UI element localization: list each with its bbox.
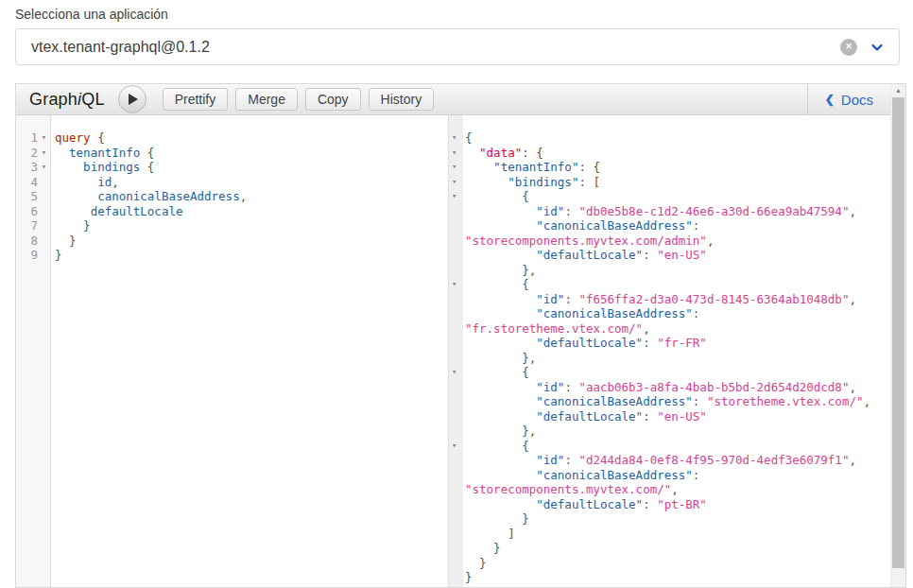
line-number: 7 [16,218,38,233]
clear-x-glyph: ✕ [845,43,853,51]
fold-arrow-icon[interactable]: ▾ [449,175,463,190]
clear-icon[interactable]: ✕ [840,39,857,56]
result-line: } [465,570,890,585]
result-line: "defaultLocale": "en-US" [465,248,890,263]
result-line: "defaultLocale": "en-US" [465,409,890,424]
query-line: } [55,233,446,249]
result-line: }, [465,424,890,439]
line-number: 5 [16,189,38,204]
line-number: 3 [16,160,38,175]
result-line: "defaultLocale": "pt-BR" [465,497,890,512]
query-line: bindings { [55,160,446,175]
result-line: { [465,439,890,454]
fold-arrow-icon[interactable]: ▾ [38,146,50,161]
query-editor[interactable]: 1▾2▾3▾456789 query { tenantInfo { bindin… [16,115,448,587]
graphiql-panes: 1▾2▾3▾456789 query { tenantInfo { bindin… [16,115,890,587]
app-selector-label: Selecciona una aplicación [15,7,168,22]
history-button[interactable]: History [369,88,435,111]
query-line: defaultLocale [55,204,446,219]
editor-gutter: 1▾2▾3▾456789 [16,115,51,587]
fold-arrow-icon[interactable]: ▾ [38,130,50,146]
result-line: "id": "db0e5b8e-c1d2-46e6-a30d-66ea9ab47… [465,204,890,219]
result-line: } [465,556,890,571]
result-scrollbar[interactable]: ▲ [890,84,905,587]
scroll-up-button[interactable]: ▲ [891,84,905,96]
line-number: 6 [16,204,38,219]
copy-button[interactable]: Copy [305,88,361,111]
toolbar-buttons: Prettify Merge Copy History [163,88,435,111]
result-line: "id": "aacb06b3-a8fa-4bab-b5bd-2d654d20d… [465,380,890,395]
editor-code-area[interactable]: query { tenantInfo { bindings { id, cano… [51,115,448,587]
logo-graph: Graph [29,90,78,109]
result-line: "defaultLocale": "fr-FR" [465,336,890,351]
fold-arrow-icon[interactable]: ▾ [449,365,463,380]
result-viewer: ▾▾▾▾▾▾▾▾ { "data": { "tenantInfo": { "bi… [448,115,890,587]
result-line: "canonicalBaseAddress": [465,218,890,233]
result-line: ] [465,527,890,542]
result-gutter: ▾▾▾▾▾▾▾▾ [449,115,463,587]
prettify-button[interactable]: Prettify [163,88,229,111]
merge-button[interactable]: Merge [235,88,298,111]
logo-ql: QL [81,90,104,109]
result-line: "bindings": [ [465,175,890,190]
line-number: 8 [16,233,38,249]
execute-button[interactable] [118,85,146,113]
fold-arrow-icon[interactable]: ▾ [449,130,463,146]
result-line: "canonicalBaseAddress": [465,306,890,321]
result-line: }, [465,351,890,366]
fold-arrow-icon[interactable]: ▾ [449,277,463,292]
arrow-up-icon: ▲ [895,87,902,94]
result-line: { [465,365,890,380]
app-selector-value: vtex.tenant-graphql@0.1.2 [31,39,840,56]
result-line: "data": { [465,146,890,161]
result-line: "id": "d244da84-0ef8-4f95-970d-4edf3e607… [465,453,890,468]
query-line: } [55,248,446,263]
play-icon [129,94,138,105]
fold-arrow-icon[interactable]: ▾ [449,439,463,454]
result-code-area: { "data": { "tenantInfo": { "bindings": … [463,115,890,587]
result-line: "storecomponents.myvtex.com/admin", [465,233,890,249]
line-number: 2 [16,146,38,161]
result-line: "canonicalBaseAddress": [465,468,890,483]
fold-arrow-icon[interactable]: ▾ [449,160,463,175]
fold-arrow-icon[interactable]: ▾ [449,189,463,204]
line-number: 1 [16,130,38,146]
graphiql-logo: GraphiQL [29,90,105,110]
result-line: "tenantInfo": { [465,160,890,175]
query-line: id, [55,175,446,190]
graphiql-toolbar: GraphiQL Prettify Merge Copy History ❮ D… [16,84,890,115]
result-line: } [465,511,890,527]
line-number: 4 [16,175,38,190]
result-line: { [465,130,890,146]
app-selector[interactable]: vtex.tenant-graphql@0.1.2 ✕ [15,28,900,65]
result-line: { [465,277,890,292]
result-line: { [465,189,890,204]
query-line: canonicalBaseAddress, [55,189,446,204]
docs-button[interactable]: ❮ Docs [807,84,890,114]
fold-arrow-icon[interactable]: ▾ [38,160,50,175]
fold-arrow-icon[interactable]: ▾ [449,146,463,161]
result-line: "id": "f656ffa2-d3a0-473d-8145-6364ab104… [465,292,890,307]
line-number: 9 [16,248,38,263]
docs-label: Docs [841,92,873,108]
result-line: } [465,541,890,556]
result-line: "storecomponents.myvtex.com/", [465,482,890,497]
chevron-down-icon[interactable] [870,40,885,55]
query-line: query { [55,130,446,146]
result-line: "canonicalBaseAddress": "storetheme.vtex… [465,394,890,409]
query-line: tenantInfo { [55,146,446,161]
scrollbar-thumb[interactable] [892,97,904,568]
chevron-left-icon: ❮ [825,93,835,106]
graphiql-container: GraphiQL Prettify Merge Copy History ❮ D… [15,83,906,588]
query-line: } [55,218,446,233]
result-line: }, [465,263,890,278]
result-line: "fr.storetheme.vtex.com/", [465,321,890,337]
